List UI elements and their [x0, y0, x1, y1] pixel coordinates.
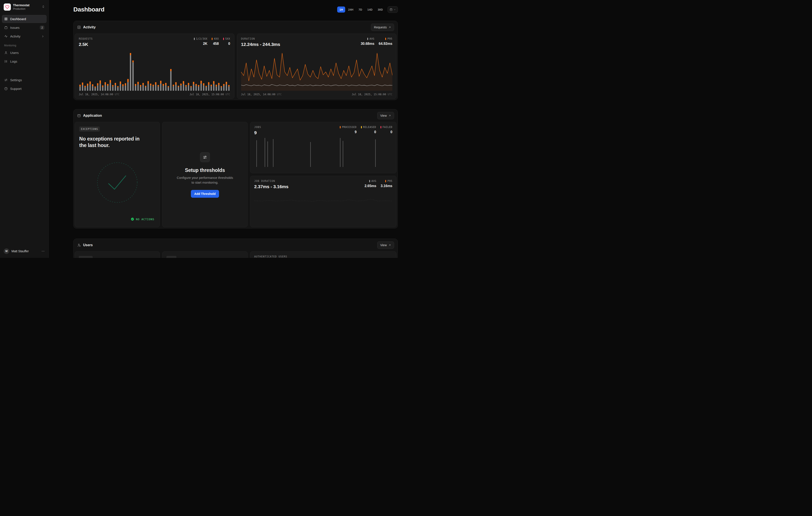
authenticated-users-panel: AUTHENTICATED USERS	[250, 251, 397, 258]
sidebar-item-dashboard[interactable]: Dashboard	[2, 15, 47, 23]
legend-item-avg: AVG 30.68ms	[361, 37, 374, 46]
thresholds-description: Configure your performance thresholds to…	[175, 175, 234, 185]
sidebar-item-label: Activity	[10, 34, 39, 38]
application-card: Application View EXCEPTIONS No exception…	[74, 109, 398, 228]
legend-dot-gray	[367, 38, 368, 40]
user-name: Matt Stauffer	[11, 249, 39, 253]
thresholds-icon-box	[200, 152, 210, 162]
sliders-icon	[4, 78, 8, 82]
duration-line-chart	[241, 50, 393, 91]
legend-item-p95: P95 64.92ms	[379, 37, 393, 46]
legend-dot-gray	[369, 180, 370, 182]
loading-skeleton	[79, 256, 93, 258]
main-content: Dashboard 1H 24H 7D 14D 30D Activity	[49, 0, 406, 258]
x-axis-end: Jul 18, 2025, 15:08:00 UTC	[190, 93, 230, 96]
application-card-title: Application	[83, 114, 102, 117]
chevron-down-icon	[394, 8, 396, 11]
duration-range-value: 12.24ms - 244.3ms	[241, 42, 280, 47]
authenticated-users-label: AUTHENTICATED USERS	[254, 255, 393, 258]
users-view-button[interactable]: View	[377, 241, 394, 249]
jobs-panel: JOBS 9 PROCESSED 9 RELEASED 0	[250, 122, 397, 173]
requests-panel: REQUESTS 2.5K 1/2/3XX 2K 4XX 458	[75, 33, 234, 99]
legend-dot-orange	[340, 126, 341, 128]
thresholds-title: Setup thresholds	[185, 167, 225, 173]
app-root: Thermostat Production Dashboard Issues 2…	[0, 0, 406, 258]
arrow-up-right-icon	[388, 26, 391, 29]
page-header: Dashboard 1H 24H 7D 14D 30D	[74, 6, 398, 13]
sidebar-item-support[interactable]: Support	[2, 85, 47, 93]
range-pill-1h[interactable]: 1H	[337, 6, 345, 12]
sidebar: Thermostat Production Dashboard Issues 2…	[0, 0, 49, 258]
activity-card-header: Activity Requests	[74, 21, 398, 33]
nav-section-monitoring: Monitoring	[2, 41, 47, 49]
exceptions-status-row: NO ACTIONS	[79, 217, 155, 223]
requests-legend: 1/2/3XX 2K 4XX 458 5XX 0	[194, 37, 230, 46]
sliders-icon	[203, 155, 207, 160]
requests-total-value: 2.5K	[79, 42, 93, 47]
issues-count-badge: 2	[40, 26, 45, 30]
app-meta: Thermostat Production	[13, 3, 39, 10]
loading-skeleton	[167, 256, 176, 258]
sidebar-item-settings[interactable]: Settings	[2, 76, 47, 84]
duration-legend: AVG 30.68ms P95 64.92ms	[361, 37, 393, 46]
activity-section-icon	[77, 25, 81, 29]
users-card: Users View AUTHENTICATED USERS	[74, 239, 398, 258]
range-pill-7d[interactable]: 7D	[356, 6, 365, 12]
app-environment: Production	[13, 7, 39, 10]
range-pill-14d[interactable]: 14D	[365, 6, 375, 12]
jobs-legend: PROCESSED 9 RELEASED 0 FAILED 0	[340, 126, 393, 134]
arrow-up-right-icon	[388, 114, 391, 117]
users-card-header: Users View	[74, 239, 398, 251]
application-view-button[interactable]: View	[377, 112, 394, 119]
help-circle-icon	[4, 87, 8, 90]
job-duration-sparkline	[254, 195, 393, 210]
exceptions-badge: EXCEPTIONS	[79, 127, 100, 132]
job-duration-label: JOB DURATION	[254, 180, 289, 183]
user-avatar: M	[4, 248, 9, 254]
date-picker-button[interactable]	[387, 6, 398, 13]
sidebar-item-users[interactable]: Users	[2, 49, 47, 57]
jobs-event-chart	[254, 138, 393, 167]
legend-item-avg: AVG 2.65ms	[365, 180, 376, 188]
legend-dot-amber	[361, 126, 362, 128]
app-switcher[interactable]: Thermostat Production	[2, 2, 47, 12]
range-pill-30d[interactable]: 30D	[376, 6, 385, 12]
legend-item-4xx: 4XX 458	[212, 37, 219, 46]
sidebar-item-activity[interactable]: Activity	[2, 32, 47, 40]
job-duration-panel: JOB DURATION 2.37ms - 3.16ms AVG 2.65ms …	[250, 176, 397, 227]
job-duration-legend: AVG 2.65ms P95 3.16ms	[365, 180, 393, 188]
application-view-label: View	[380, 114, 387, 117]
exceptions-ok-illustration	[79, 149, 155, 217]
range-pill-24h[interactable]: 24H	[346, 6, 355, 12]
sidebar-item-issues[interactable]: Issues 2	[2, 24, 47, 32]
job-duration-range-value: 2.37ms - 3.16ms	[254, 184, 289, 189]
user-menu-ellipsis-icon[interactable]	[41, 249, 45, 253]
legend-item-failed: FAILED 0	[380, 126, 393, 134]
legend-item-released: RELEASED 0	[361, 126, 376, 134]
heart-logo-icon	[5, 5, 9, 9]
chevrons-up-down-icon	[42, 5, 45, 9]
exceptions-message: No exceptions reported in the last hour.	[79, 136, 144, 149]
legend-item-2xx: 1/2/3XX 2K	[194, 37, 207, 46]
logs-icon	[4, 59, 8, 63]
x-axis-end: Jul 18, 2025, 15:08:00 UTC	[352, 93, 393, 96]
sidebar-item-logs[interactable]: Logs	[2, 57, 47, 65]
duration-panel: DURATION 12.24ms - 244.3ms AVG 30.68ms P…	[237, 33, 397, 99]
legend-dot-red	[380, 126, 381, 128]
sidebar-user-row: M Matt Stauffer	[2, 247, 47, 256]
sidebar-item-label: Dashboard	[10, 17, 45, 21]
x-axis-start: Jul 18, 2025, 14:08:00 UTC	[79, 93, 119, 96]
time-range-controls: 1H 24H 7D 14D 30D	[337, 6, 398, 13]
requests-link-label: Requests	[374, 26, 387, 29]
sidebar-item-label: Support	[10, 87, 45, 90]
legend-item-5xx: 5XX 0	[223, 37, 230, 46]
requests-link-button[interactable]: Requests	[371, 24, 394, 31]
grid-icon	[4, 17, 8, 21]
users-middle-panel	[162, 251, 248, 258]
exceptions-status: NO ACTIONS	[136, 218, 154, 221]
sidebar-nav: Dashboard Issues 2 Activity Monitoring U…	[2, 15, 47, 93]
application-section-icon	[77, 114, 81, 117]
legend-item-processed: PROCESSED 9	[340, 126, 357, 134]
add-threshold-button[interactable]: Add Threshold	[191, 190, 219, 198]
application-card-header: Application View	[74, 109, 398, 122]
